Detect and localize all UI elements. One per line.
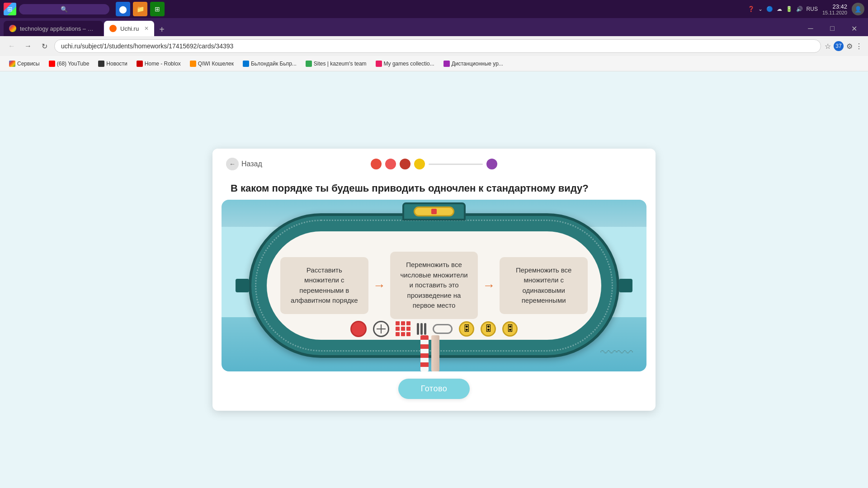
- bookmark-sites[interactable]: Sites | kazeum's team: [302, 59, 370, 68]
- back-arrow-icon: ←: [226, 158, 239, 170]
- tab-google[interactable]: technology applications – Goog...: [4, 21, 103, 36]
- system-tray: ❓ ⌄ 🔵 ☁ 🔋 🔊 RUS: [748, 6, 818, 12]
- step-2-box[interactable]: Перемножить все числовые множители и пос…: [390, 252, 478, 319]
- bookmark-qiwi[interactable]: QIWI Кошелек: [186, 59, 237, 68]
- back-button[interactable]: ← Назад: [226, 158, 262, 170]
- taskbar-search[interactable]: 🔍: [19, 4, 109, 14]
- bookmark-label-sites: Sites | kazeum's team: [314, 61, 367, 67]
- bookmark-roblox[interactable]: Home - Roblox: [133, 59, 184, 68]
- bookmark-news[interactable]: Новости: [94, 59, 131, 68]
- bluetooth-icon: 🔵: [766, 6, 773, 12]
- clock-time: 23:42: [822, 3, 847, 10]
- step-3-box[interactable]: Перемножить все множители с одинаковыми …: [500, 257, 588, 314]
- extensions-icon[interactable]: ⚙: [846, 42, 853, 51]
- step-1-text: Расставить множители с переменными в алф…: [290, 265, 359, 306]
- bookmark-label-solitaire: Бьлондайк Бьпр...: [251, 61, 297, 67]
- tab-close-button[interactable]: ✕: [144, 25, 149, 32]
- bookmark-label-news: Новости: [106, 61, 127, 67]
- clock-date: 15.11.2020: [822, 10, 847, 15]
- title-bar-right: ❓ ⌄ 🔵 ☁ 🔋 🔊 RUS 23:42 15.11.2020 👤: [748, 3, 864, 15]
- progress-indicator: [271, 159, 597, 169]
- title-bar: ⊞ 🔍 ⬤ 📁 ⊞ ❓ ⌄ 🔵 ☁ 🔋 🔊 RUS 23:42 15.11.20…: [0, 0, 868, 18]
- conning-handle: [431, 209, 437, 214]
- progress-line: [429, 164, 483, 165]
- controls-panel: 🎛 🎛 🎛: [350, 321, 518, 337]
- profile-icon[interactable]: 37: [834, 41, 844, 51]
- menu-icon[interactable]: ⋮: [855, 42, 863, 51]
- minimize-button[interactable]: ─: [800, 21, 821, 36]
- step-2-text: Перемножить все числовые множители и пос…: [400, 260, 468, 311]
- octopus-tentacles: 〰〰: [600, 343, 633, 362]
- progress-dot-3: [400, 159, 410, 169]
- ctrl-grid-dot: [401, 332, 405, 336]
- bookmark-favicon-youtube: [49, 61, 55, 67]
- bookmark-label-youtube: (68) YouTube: [57, 61, 90, 67]
- ctrl-grid-dot: [401, 321, 405, 325]
- language-indicator: RUS: [807, 6, 818, 12]
- back-button-label: Назад: [241, 160, 262, 168]
- ctrl-grid-dot: [396, 332, 400, 336]
- bookmark-favicon-roblox: [137, 61, 143, 67]
- maximize-button[interactable]: □: [822, 21, 843, 36]
- bookmarks-bar: Сервисы (68) YouTube Новости Home - Robl…: [0, 56, 868, 71]
- bookmark-favicon-remote: [443, 61, 450, 67]
- ctrl-gauge-1: 🎛: [459, 321, 474, 337]
- expand-icon: ⌄: [758, 6, 763, 12]
- chrome-taskbar-icon[interactable]: ⬤: [116, 2, 130, 16]
- user-avatar[interactable]: 👤: [852, 3, 864, 15]
- close-button[interactable]: ✕: [844, 21, 864, 36]
- bookmark-star-icon[interactable]: ☆: [825, 42, 831, 51]
- bookmark-youtube[interactable]: (68) YouTube: [45, 59, 93, 68]
- bookmark-favicon-games: [376, 61, 382, 67]
- bookmark-label-services: Сервисы: [17, 61, 40, 67]
- excel-taskbar-icon[interactable]: ⊞: [150, 2, 165, 16]
- ctrl-crosshair-button[interactable]: [373, 321, 389, 337]
- tab-favicon-uchi: [109, 25, 117, 32]
- step-1-box[interactable]: Расставить множители с переменными в алф…: [280, 257, 368, 314]
- fin-right: [619, 279, 632, 292]
- pipe-striped: [420, 335, 429, 371]
- periscope-pipes: [420, 335, 439, 371]
- arrow-2-icon: →: [482, 278, 495, 293]
- url-input[interactable]: [54, 39, 821, 53]
- forward-nav-button[interactable]: →: [22, 40, 34, 52]
- bookmark-games[interactable]: My games collectio...: [372, 59, 438, 68]
- ctrl-power-button[interactable]: [350, 321, 367, 337]
- bookmark-remote[interactable]: Дистанционные ур...: [440, 59, 507, 68]
- bookmark-favicon-qiwi: [190, 61, 196, 67]
- address-bar: ← → ↻ ☆ 37 ⚙ ⋮: [0, 36, 868, 56]
- file-explorer-icon[interactable]: 📁: [133, 2, 147, 16]
- bookmark-services[interactable]: Сервисы: [5, 59, 43, 68]
- new-tab-button[interactable]: +: [155, 23, 169, 36]
- tab-favicon-chrome: [9, 25, 16, 32]
- ctrl-bar: [424, 323, 426, 335]
- card-top: ← Назад: [212, 149, 656, 175]
- fin-left: [236, 279, 249, 292]
- ready-button[interactable]: Готово: [398, 379, 470, 399]
- ctrl-pill-button[interactable]: [433, 324, 453, 334]
- back-nav-button[interactable]: ←: [5, 40, 18, 52]
- reload-button[interactable]: ↻: [38, 40, 51, 52]
- windows-logo-icon[interactable]: ⊞: [4, 3, 16, 15]
- bookmark-label-qiwi: QIWI Кошелек: [198, 61, 234, 67]
- main-card: ← Назад В каком порядке ты будешь привод…: [212, 149, 656, 411]
- ctrl-gauge-2: 🎛: [481, 321, 496, 337]
- bookmark-favicon-sites: [306, 61, 312, 67]
- bookmark-solitaire[interactable]: Бьлондайк Бьпр...: [239, 59, 300, 68]
- ctrl-grid-dot: [406, 327, 410, 331]
- bookmark-favicon-services: [9, 61, 15, 67]
- arrow-1-icon: →: [373, 278, 386, 293]
- page-content: ← Назад В каком порядке ты будешь привод…: [0, 71, 868, 488]
- bookmark-label-games: My games collectio...: [384, 61, 434, 67]
- tab-bar: technology applications – Goog... Uchi.r…: [0, 18, 868, 36]
- bookmark-label-roblox: Home - Roblox: [145, 61, 181, 67]
- title-bar-left: ⊞ 🔍 ⬤ 📁 ⊞: [4, 2, 165, 16]
- submarine-illustration: Расставить множители с переменными в алф…: [222, 200, 646, 371]
- help-icon: ❓: [748, 6, 755, 12]
- tab-uchi[interactable]: Uchi.ru ✕: [104, 21, 154, 36]
- address-actions: ☆ 37 ⚙ ⋮: [825, 41, 863, 51]
- ctrl-grid-dot: [406, 332, 410, 336]
- question-text: В каком порядке ты будешь приводить одно…: [212, 175, 656, 200]
- ctrl-grid-dot: [401, 327, 405, 331]
- ctrl-grid-dot: [406, 321, 410, 325]
